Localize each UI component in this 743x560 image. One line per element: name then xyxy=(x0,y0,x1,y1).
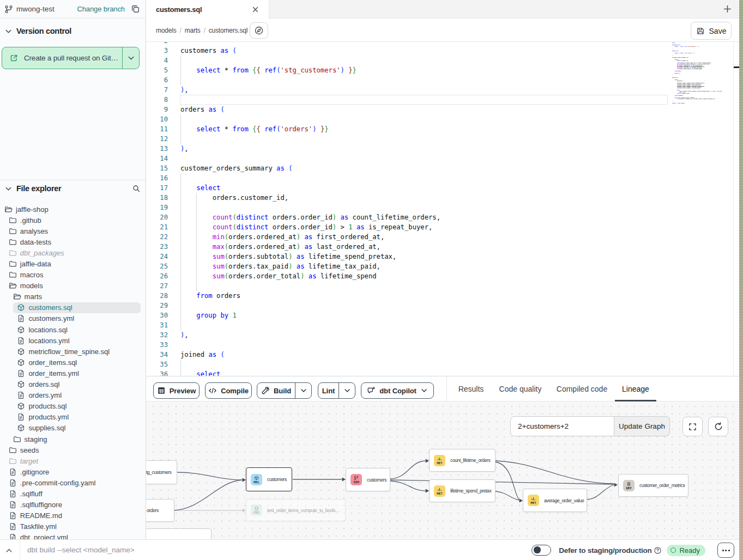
create-pull-request-main[interactable]: Create a pull request on Git… xyxy=(2,47,122,69)
code-line-23[interactable]: 23 max(orders.ordered_at) as last_ordere… xyxy=(146,242,512,252)
tree-item-analyses[interactable]: analyses xyxy=(0,226,146,236)
code-line-33[interactable]: 33 xyxy=(146,340,512,350)
code-line-12[interactable]: 12 xyxy=(146,134,512,144)
lineage-node-customers-model[interactable]: MDLcustomers xyxy=(246,467,292,491)
build-button[interactable]: Build xyxy=(257,382,312,399)
tab-code-quality[interactable]: Code quality xyxy=(492,376,549,401)
code-line-4[interactable]: 4 xyxy=(146,56,512,65)
tab-compiled-code[interactable]: Compiled code xyxy=(549,376,615,401)
defer-toggle[interactable] xyxy=(531,545,551,556)
code-line-30[interactable]: 30 group by 1 xyxy=(146,311,512,320)
copy-icon[interactable] xyxy=(131,4,140,14)
code-line-13[interactable]: 13), xyxy=(146,144,512,154)
change-branch-link[interactable]: Change branch xyxy=(77,5,125,13)
tree-item-jaffle-data[interactable]: jaffle-data xyxy=(0,258,146,269)
code-line-25[interactable]: 25 sum(orders.tax_paid) as lifetime_tax_… xyxy=(146,261,512,271)
tree-item-.sqlfluff[interactable]: .sqlfluff xyxy=(0,488,146,499)
tree-item-data-tests[interactable]: data-tests xyxy=(0,236,146,247)
tree-item-.github[interactable]: .github xyxy=(0,215,146,226)
breadcrumb-item[interactable]: models xyxy=(156,27,176,34)
code-line-2[interactable]: 2 xyxy=(146,42,512,46)
lineage-selector-input[interactable]: 2+customers+2 xyxy=(510,416,614,436)
breadcrumb-item[interactable]: customers.sql xyxy=(209,27,247,34)
more-options-button[interactable] xyxy=(717,543,734,558)
dropdown-caret[interactable] xyxy=(339,383,355,398)
code-line-36[interactable]: 36 select xyxy=(146,369,512,376)
code-line-18[interactable]: 18 orders.customer_id, xyxy=(146,193,512,203)
tab-lineage[interactable]: Lineage xyxy=(615,376,656,401)
search-icon[interactable] xyxy=(132,184,141,193)
tree-item-.sqlfluffignore[interactable]: .sqlfluffignore xyxy=(0,500,146,510)
lineage-node-average_order_value[interactable]: METaverage_order_value xyxy=(523,489,587,512)
refresh-button[interactable] xyxy=(708,417,728,436)
tree-item-.gitignore[interactable]: .gitignore xyxy=(0,466,146,477)
fullscreen-button[interactable] xyxy=(682,417,703,436)
code-editor[interactable]: 1with23customers as (45 select * from {{… xyxy=(146,42,733,376)
lineage-node-stg_customers[interactable]: MDLstg_customers xyxy=(146,460,177,484)
code-line-29[interactable]: 29 xyxy=(146,301,512,311)
code-line-31[interactable]: 31 xyxy=(146,320,512,330)
version-control-header[interactable]: Version control xyxy=(4,27,71,35)
code-line-19[interactable]: 19 xyxy=(146,203,512,212)
editor-minimap[interactable]: with customers as ( select * from {{ ref… xyxy=(672,42,718,104)
tree-item-models[interactable]: models xyxy=(0,281,146,291)
code-line-10[interactable]: 10 xyxy=(146,114,512,124)
tree-item-orders.yml[interactable]: orders.yml xyxy=(0,390,146,401)
save-button[interactable]: Save xyxy=(691,22,732,40)
tree-item-customers.yml[interactable]: customers.yml xyxy=(0,313,146,324)
help-icon[interactable] xyxy=(654,546,662,555)
code-line-24[interactable]: 24 sum(orders.subtotal) as lifetime_spen… xyxy=(146,252,512,261)
tree-item-staging[interactable]: staging xyxy=(0,434,146,445)
lineage-node-lifetime_spend_pretax[interactable]: METlifetime_spend_pretax xyxy=(429,479,496,502)
code-line-8[interactable]: 8 xyxy=(146,95,512,105)
dropdown-caret[interactable] xyxy=(295,383,311,398)
code-line-6[interactable]: 6 xyxy=(146,75,512,85)
code-line-28[interactable]: 28 from orders xyxy=(146,291,512,301)
code-line-3[interactable]: 3customers as ( xyxy=(146,46,512,56)
lineage-node-customers-semantic[interactable]: SEMcustomers xyxy=(346,468,390,491)
create-pull-request-button[interactable]: Create a pull request on Git… xyxy=(2,47,140,69)
tree-item-metricflow_time_spine.sql[interactable]: metricflow_time_spine.sql xyxy=(0,346,146,357)
tree-item-dbt_packages[interactable]: dbt_packages xyxy=(0,247,146,258)
command-input[interactable]: dbt build --select <model_name> xyxy=(27,546,135,554)
code-line-11[interactable]: 11 select * from {{ ref('orders') }} xyxy=(146,124,512,134)
tree-item-order_items.sql[interactable]: order_items.sql xyxy=(0,357,146,368)
tree-item-marts[interactable]: marts xyxy=(0,291,146,302)
dbt-copilot-button[interactable]: dbt Copilot xyxy=(361,382,434,399)
tab-results[interactable]: Results xyxy=(450,376,492,401)
code-line-14[interactable]: 14 xyxy=(146,154,512,163)
code-line-35[interactable]: 35 xyxy=(146,360,512,369)
code-line-32[interactable]: 32), xyxy=(146,330,512,340)
tree-item-order_items.yml[interactable]: order_items.yml xyxy=(0,368,146,379)
tree-item-locations.yml[interactable]: locations.yml xyxy=(0,335,146,346)
code-line-9[interactable]: 9orders as ( xyxy=(146,105,512,114)
breadcrumb-item[interactable]: marts xyxy=(185,27,201,34)
tree-item-products.yml[interactable]: products.yml xyxy=(0,412,146,423)
lineage-node-test_order_items[interactable]: TSTtest_order_items_compute_to_bools… xyxy=(246,499,346,521)
tree-item-orders.sql[interactable]: orders.sql xyxy=(0,379,146,390)
code-line-15[interactable]: 15customer_orders_summary as ( xyxy=(146,163,512,173)
code-line-5[interactable]: 5 select * from {{ ref('stg_customers') … xyxy=(146,65,512,75)
lint-button[interactable]: Lint xyxy=(318,382,355,399)
tab-customers-sql[interactable]: customers.sql xyxy=(146,0,269,19)
tree-item-Taskfile.yml[interactable]: Taskfile.yml xyxy=(0,521,146,532)
file-explorer-header[interactable]: File explorer xyxy=(4,184,142,193)
update-graph-button[interactable]: Update Graph xyxy=(614,416,670,436)
code-line-21[interactable]: 21 count(distinct orders.order_id) > 1 a… xyxy=(146,222,512,232)
lineage-panel[interactable]: MDLstg_customersMDLordersMDLcustomersTST… xyxy=(146,401,739,539)
lineage-node-partial-node[interactable]: MDL xyxy=(146,528,212,539)
preview-button[interactable]: Preview xyxy=(153,382,200,399)
tree-item-jaffle-shop[interactable]: jaffle-shop xyxy=(0,204,146,215)
code-line-20[interactable]: 20 count(distinct orders.order_id) as co… xyxy=(146,212,512,222)
compile-button[interactable]: Compile xyxy=(205,382,252,399)
create-pull-request-caret[interactable] xyxy=(122,47,139,69)
tree-item-README.md[interactable]: README.md xyxy=(0,510,146,521)
code-line-26[interactable]: 26 sum(orders.order_total) as lifetime_s… xyxy=(146,271,512,281)
lineage-node-count_lifetime_orders[interactable]: METcount_lifetime_orders xyxy=(429,449,496,472)
code-line-34[interactable]: 34joined as ( xyxy=(146,350,512,360)
tree-item-locations.sql[interactable]: locations.sql xyxy=(0,324,146,335)
code-line-17[interactable]: 17 select xyxy=(146,183,512,193)
open-docs-button[interactable] xyxy=(250,22,268,39)
close-icon[interactable] xyxy=(251,5,259,14)
tree-item-supplies.sql[interactable]: supplies.sql xyxy=(0,423,146,434)
